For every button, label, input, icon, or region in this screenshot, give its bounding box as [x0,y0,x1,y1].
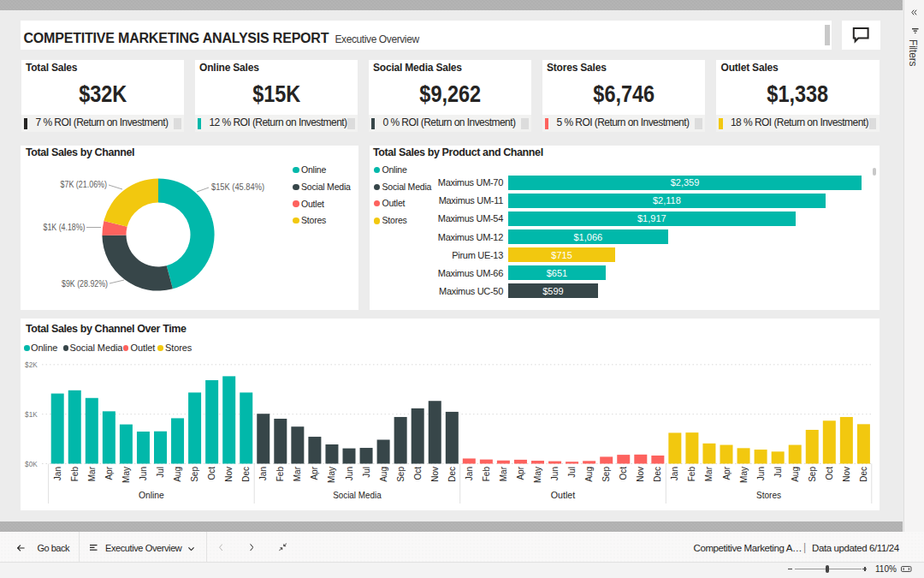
svg-text:Jan: Jan [465,467,474,480]
svg-text:Sep: Sep [190,467,199,482]
svg-text:Aug: Aug [791,467,800,482]
svg-text:$9K (28.92%): $9K (28.92%) [62,279,108,289]
svg-text:Jan: Jan [258,467,268,480]
svg-text:$2K: $2K [25,361,38,369]
svg-text:Stores: Stores [756,490,781,500]
svg-text:Jul: Jul [567,467,577,478]
svg-text:$0K: $0K [25,460,38,468]
svg-text:Jun: Jun [139,467,148,480]
svg-text:Outlet: Outlet [551,490,576,500]
svg-text:$1K: $1K [25,410,38,419]
svg-text:Nov: Nov [636,467,645,482]
svg-text:Jan: Jan [670,467,679,480]
svg-text:Jun: Jun [550,467,560,480]
svg-text:May: May [327,467,336,483]
svg-text:Feb: Feb [70,467,80,482]
svg-text:Online: Online [139,490,164,500]
svg-text:$7K (21.06%): $7K (21.06%) [61,180,108,189]
svg-text:Jun: Jun [756,467,766,480]
svg-text:Sep: Sep [808,467,817,482]
svg-text:Jul: Jul [156,467,165,478]
svg-text:Dec: Dec [653,467,662,482]
svg-text:Jul: Jul [773,467,783,478]
svg-text:May: May [121,467,131,483]
svg-text:Feb: Feb [275,467,285,482]
svg-text:Feb: Feb [482,467,491,482]
svg-text:Apr: Apr [722,466,732,480]
svg-text:Mar: Mar [87,466,97,481]
svg-text:May: May [533,467,542,483]
svg-text:$1K (4.18%): $1K (4.18%) [44,223,86,232]
svg-text:Feb: Feb [687,467,696,482]
svg-text:Aug: Aug [584,467,594,482]
svg-text:Sep: Sep [396,467,406,482]
svg-text:Jul: Jul [362,467,371,478]
svg-text:Nov: Nov [430,467,440,482]
svg-text:Mar: Mar [704,466,714,481]
svg-text:Mar: Mar [499,466,508,481]
svg-text:Apr: Apr [104,466,114,480]
svg-text:Oct: Oct [619,467,628,480]
svg-text:Aug: Aug [173,467,182,482]
svg-text:Dec: Dec [447,467,457,482]
svg-text:May: May [739,467,749,483]
svg-text:Dec: Dec [241,467,251,482]
svg-text:Social Media: Social Media [333,490,382,500]
svg-text:Nov: Nov [842,467,851,482]
svg-text:Oct: Oct [413,467,423,480]
svg-text:Oct: Oct [825,467,834,480]
svg-text:$15K (45.84%): $15K (45.84%) [211,182,264,192]
svg-text:Apr: Apr [310,466,319,480]
svg-text:Apr: Apr [516,466,525,480]
svg-text:Sep: Sep [601,467,611,482]
svg-text:Nov: Nov [224,467,234,482]
svg-text:Jun: Jun [345,467,354,480]
svg-text:Mar: Mar [293,466,302,481]
svg-text:Oct: Oct [207,467,216,480]
svg-text:Aug: Aug [379,467,388,482]
svg-text:Dec: Dec [859,467,868,482]
svg-text:Jan: Jan [53,467,62,480]
